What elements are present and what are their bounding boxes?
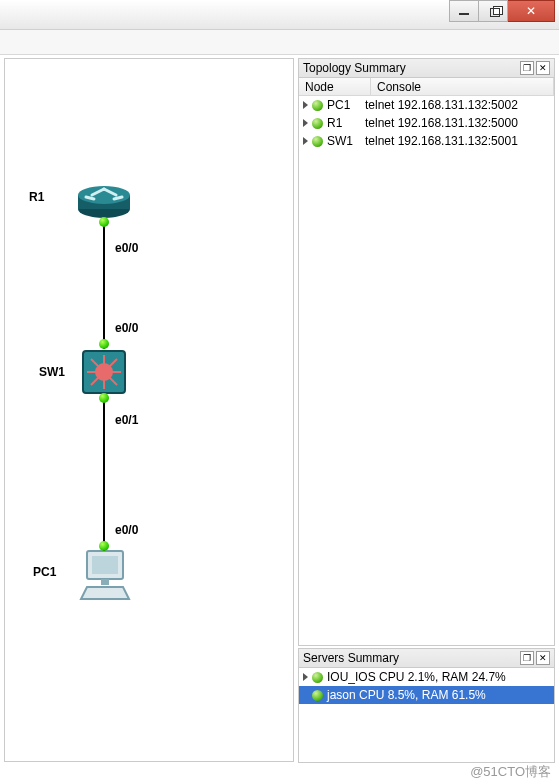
panel-title: Servers Summary (303, 651, 518, 665)
node-row[interactable]: PC1 telnet 192.168.131.132:5002 (299, 96, 554, 114)
port-dot (99, 393, 109, 403)
pc-icon[interactable] (77, 549, 133, 601)
expand-arrow-icon[interactable] (303, 119, 308, 127)
server-text: jason CPU 8.5%, RAM 61.5% (327, 688, 486, 702)
close-icon[interactable]: ✕ (536, 61, 550, 75)
console-text: telnet 192.168.131.132:5000 (365, 116, 518, 130)
device-label-pc1: PC1 (33, 565, 56, 579)
column-headers[interactable]: Node Console (299, 78, 554, 96)
port-dot (99, 541, 109, 551)
server-text: IOU_IOS CPU 2.1%, RAM 24.7% (327, 670, 506, 684)
svg-rect-14 (92, 556, 118, 574)
console-text: telnet 192.168.131.132:5002 (365, 98, 518, 112)
port-dot (99, 339, 109, 349)
iface-label-sw1-e00: e0/0 (115, 321, 138, 335)
close-icon[interactable]: ✕ (536, 651, 550, 665)
toolbar (0, 30, 559, 55)
server-row[interactable]: jason CPU 8.5%, RAM 61.5% (299, 686, 554, 704)
servers-summary-panel: Servers Summary ❐ ✕ IOU_IOS CPU 2.1%, RA… (298, 648, 555, 763)
panel-title: Topology Summary (303, 61, 518, 75)
window-controls (450, 0, 555, 22)
topology-summary-panel: Topology Summary ❐ ✕ Node Console PC1 te… (298, 58, 555, 646)
link-r1-sw1[interactable] (103, 219, 105, 349)
switch-icon[interactable] (81, 349, 127, 395)
status-dot-icon (312, 672, 323, 683)
titlebar (0, 0, 559, 30)
close-button[interactable] (507, 0, 555, 22)
node-row[interactable]: SW1 telnet 192.168.131.132:5001 (299, 132, 554, 150)
topology-canvas[interactable]: R1 SW1 PC1 e0/0 e0/0 (4, 58, 294, 762)
port-dot (99, 217, 109, 227)
device-label-sw1: SW1 (39, 365, 65, 379)
undock-icon[interactable]: ❐ (520, 651, 534, 665)
undock-icon[interactable]: ❐ (520, 61, 534, 75)
status-dot-icon (312, 100, 323, 111)
panel-header[interactable]: Servers Summary ❐ ✕ (299, 649, 554, 668)
panel-header[interactable]: Topology Summary ❐ ✕ (299, 59, 554, 78)
iface-label-r1-e00: e0/0 (115, 241, 138, 255)
status-dot-icon (312, 690, 323, 701)
svg-rect-15 (101, 579, 109, 585)
device-label-r1: R1 (29, 190, 44, 204)
expand-arrow-icon[interactable] (303, 137, 308, 145)
console-text: telnet 192.168.131.132:5001 (365, 134, 518, 148)
expand-arrow-icon[interactable] (303, 101, 308, 109)
watermark: @51CTO博客 (470, 763, 551, 781)
status-dot-icon (312, 118, 323, 129)
maximize-button[interactable] (478, 0, 508, 22)
iface-label-sw1-e01: e0/1 (115, 413, 138, 427)
iface-label-pc1-e00: e0/0 (115, 523, 138, 537)
status-dot-icon (312, 136, 323, 147)
router-icon[interactable] (76, 179, 132, 219)
link-sw1-pc1[interactable] (103, 395, 105, 551)
server-row[interactable]: IOU_IOS CPU 2.1%, RAM 24.7% (299, 668, 554, 686)
minimize-button[interactable] (449, 0, 479, 22)
node-name: PC1 (327, 98, 365, 112)
column-node[interactable]: Node (299, 78, 371, 95)
node-name: R1 (327, 116, 365, 130)
node-row[interactable]: R1 telnet 192.168.131.132:5000 (299, 114, 554, 132)
node-name: SW1 (327, 134, 365, 148)
column-console[interactable]: Console (371, 78, 554, 95)
expand-arrow-icon[interactable] (303, 673, 308, 681)
